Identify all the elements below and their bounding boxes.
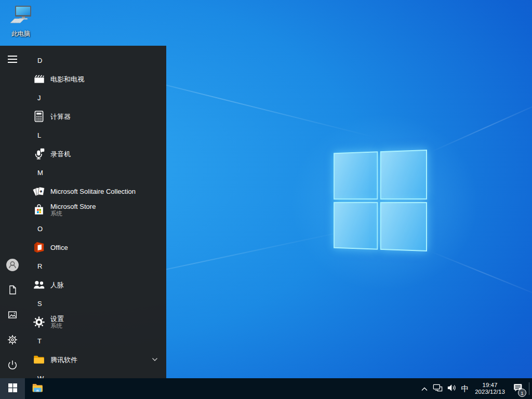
start-button[interactable] (0, 378, 25, 399)
voice-recorder-icon (32, 147, 46, 161)
ethernet-icon (432, 382, 443, 395)
ime-indicator[interactable]: 中 (459, 378, 471, 399)
documents-button[interactable] (0, 278, 25, 303)
app-item-settings[interactable]: 设置 系统 (25, 313, 166, 331)
settings-gear-icon (32, 315, 46, 329)
section-header-d[interactable]: D (25, 51, 166, 70)
power-icon (7, 359, 18, 373)
section-header-o[interactable]: O (25, 219, 166, 238)
app-label: 电影和电视 (50, 75, 84, 83)
folder-icon (32, 353, 46, 366)
app-label: 人脉 (50, 281, 64, 289)
app-sublabel: 系统 (50, 323, 64, 329)
app-label: 录音机 (50, 150, 71, 158)
app-item-calculator[interactable]: 计算器 (25, 107, 166, 126)
start-menu-app-list: D 电影和电视 J (25, 46, 166, 399)
section-header-m[interactable]: M (25, 163, 166, 182)
wallpaper-logo-pane (334, 202, 378, 249)
calculator-icon (32, 110, 46, 123)
expand-menu-button[interactable] (0, 48, 25, 73)
chevron-up-icon (421, 384, 428, 393)
taskbar-clock[interactable]: 19:47 2023/12/13 (471, 382, 509, 396)
wallpaper-logo-pane (380, 202, 427, 251)
section-header-l[interactable]: L (25, 126, 166, 144)
hamburger-icon (8, 56, 17, 65)
section-letter: J (37, 94, 41, 102)
wallpaper-logo-pane (380, 150, 427, 200)
notification-badge: 1 (518, 389, 526, 397)
office-icon (32, 241, 46, 254)
wallpaper-light-ray (429, 250, 532, 300)
rail-bottom-group (0, 254, 25, 378)
file-explorer-icon (31, 381, 44, 396)
volume-button[interactable] (445, 378, 459, 399)
user-account-button[interactable] (0, 254, 25, 278)
show-desktop-button[interactable] (529, 378, 532, 399)
section-header-s[interactable]: S (25, 294, 166, 313)
app-item-microsoft-store[interactable]: Microsoft Store 系统 (25, 201, 166, 219)
section-letter: D (37, 57, 42, 64)
app-item-solitaire[interactable]: ♠ Microsoft Solitaire Collection (25, 182, 166, 201)
user-avatar-icon (6, 258, 19, 274)
app-item-office[interactable]: Office (25, 238, 166, 257)
microsoft-store-icon (32, 203, 46, 217)
desktop: 此电脑 (0, 0, 532, 399)
section-letter: T (37, 337, 42, 345)
section-header-j[interactable]: J (25, 88, 166, 107)
section-letter: S (37, 300, 42, 308)
app-sublabel: 系统 (50, 210, 96, 217)
app-label: 设置 (50, 315, 64, 323)
clock-date: 2023/12/13 (471, 389, 509, 396)
clock-time: 19:47 (471, 382, 509, 389)
start-menu: D 电影和电视 J (0, 46, 166, 399)
app-label: Office (50, 244, 68, 251)
app-label: Microsoft Solitaire Collection (50, 188, 136, 195)
app-item-voice-recorder[interactable]: 录音机 (25, 144, 166, 163)
this-pc-icon (8, 20, 33, 29)
wallpaper-logo-pane (334, 151, 378, 199)
section-letter: O (37, 225, 43, 233)
app-item-movies-tv[interactable]: 电影和电视 (25, 70, 166, 88)
desktop-icon-this-pc[interactable]: 此电脑 (5, 4, 36, 38)
solitaire-icon: ♠ (32, 184, 46, 198)
section-letter: M (37, 169, 43, 177)
app-item-people[interactable]: 人脉 (25, 275, 166, 294)
pictures-icon (7, 309, 18, 323)
pictures-button[interactable] (0, 303, 25, 328)
section-letter: R (37, 262, 42, 270)
document-icon (7, 284, 18, 298)
windows-logo-icon (8, 383, 17, 394)
taskbar: 中 19:47 2023/12/13 1 (0, 378, 532, 399)
app-item-tencent-folder[interactable]: 腾讯软件 (25, 350, 166, 369)
windows-wallpaper-logo (334, 150, 427, 251)
wallpaper-light-ray (430, 97, 532, 153)
file-explorer-button[interactable] (25, 378, 50, 399)
settings-button[interactable] (0, 328, 25, 353)
ime-label: 中 (461, 384, 469, 394)
system-tray: 中 19:47 2023/12/13 1 (418, 378, 532, 399)
power-button[interactable] (0, 353, 25, 378)
action-center-button[interactable]: 1 (509, 378, 527, 399)
section-letter: L (37, 131, 41, 139)
tray-overflow-button[interactable] (418, 378, 431, 399)
section-header-t[interactable]: T (25, 331, 166, 350)
network-button[interactable] (431, 378, 445, 399)
people-icon (32, 278, 46, 291)
speaker-icon (446, 382, 457, 395)
app-label: Microsoft Store (50, 203, 96, 210)
gear-icon (7, 334, 18, 348)
start-menu-rail (0, 46, 25, 399)
chevron-down-icon (152, 357, 158, 362)
app-label: 腾讯软件 (50, 356, 77, 364)
section-header-r[interactable]: R (25, 257, 166, 275)
app-label: 计算器 (50, 113, 71, 121)
desktop-icon-label: 此电脑 (5, 30, 36, 38)
movies-tv-icon (32, 72, 46, 86)
